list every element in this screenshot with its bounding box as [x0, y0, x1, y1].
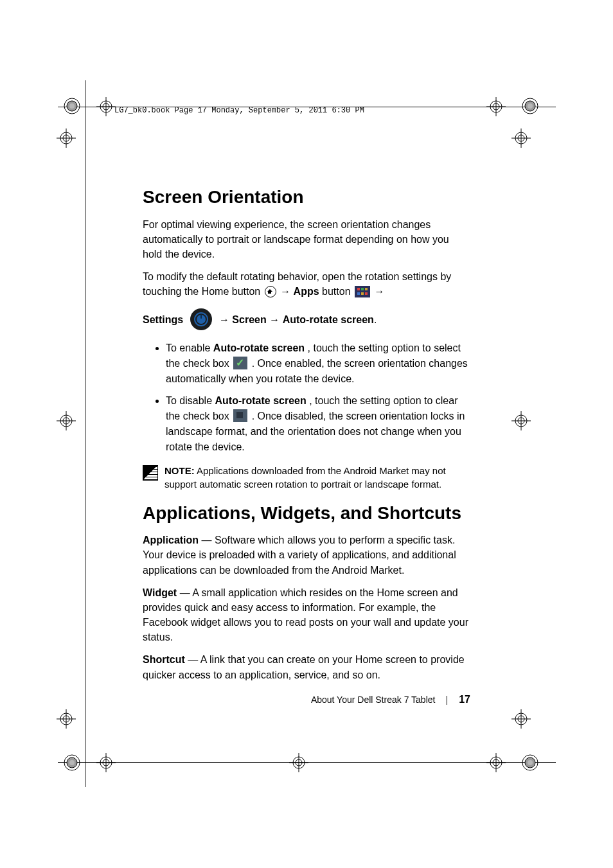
registration-mark: [519, 752, 541, 774]
text: To disable: [166, 395, 215, 406]
list-item: To enable Auto-rotate screen , touch the…: [166, 341, 470, 387]
footer-text: About Your Dell Streak 7 Tablet: [311, 695, 436, 705]
registration-mark: [486, 97, 506, 116]
term-application: Application: [143, 535, 199, 545]
registration-mark: [289, 753, 308, 772]
checkbox-unchecked-icon: [233, 409, 247, 422]
crop-line: [85, 80, 85, 787]
text: To enable: [166, 342, 213, 353]
label-screen: Screen: [232, 314, 266, 325]
label: Auto-rotate screen: [213, 342, 305, 353]
note-label: NOTE:: [164, 465, 195, 476]
registration-mark: [519, 95, 541, 117]
arrow-icon: →: [280, 286, 293, 297]
page-content: Screen Orientation For optimal viewing e…: [143, 186, 470, 690]
registration-mark: [511, 709, 531, 729]
checkbox-checked-icon: [233, 357, 247, 369]
paragraph: Widget — A small application which resid…: [143, 585, 470, 645]
apps-grid-icon: [355, 286, 370, 297]
heading-screen-orientation: Screen Orientation: [143, 186, 470, 208]
registration-mark: [96, 753, 116, 772]
registration-mark: [511, 411, 531, 430]
registration-mark: [486, 753, 506, 772]
arrow-icon: →: [269, 314, 282, 325]
nav-path: Settings → Screen → Auto-rotate screen.: [143, 310, 470, 332]
footer-divider: [447, 696, 447, 705]
bullet-list: To enable Auto-rotate screen , touch the…: [143, 341, 470, 455]
registration-mark: [57, 709, 76, 729]
text: — A small application which resides on t…: [143, 587, 468, 643]
registration-mark: [61, 95, 83, 117]
text: button: [322, 286, 353, 297]
list-item: To disable Auto-rotate screen , touch th…: [166, 393, 470, 455]
label: Auto-rotate screen: [215, 395, 306, 406]
arrow-icon: →: [374, 286, 384, 297]
paragraph: Application — Software which allows you …: [143, 533, 470, 578]
heading-applications: Applications, Widgets, and Shortcuts: [143, 502, 470, 524]
settings-icon: [190, 308, 212, 330]
label-apps: Apps: [294, 286, 319, 297]
paragraph: To modify the default rotating behavior,…: [143, 269, 470, 299]
book-header: LG7_bk0.book Page 17 Monday, September 5…: [114, 106, 364, 115]
registration-mark: [57, 411, 76, 430]
page-number: 17: [459, 694, 470, 705]
registration-mark: [57, 128, 76, 148]
registration-mark: [61, 752, 83, 774]
paragraph: Shortcut — A link that you can create on…: [143, 652, 470, 682]
note-text: NOTE: Applications downloaded from the A…: [164, 464, 470, 491]
page-footer: About Your Dell Streak 7 Tablet 17: [143, 694, 470, 705]
label-auto-rotate: Auto-rotate screen: [283, 314, 374, 325]
text: — A link that you can create on your Hom…: [143, 654, 465, 680]
registration-mark: [511, 128, 531, 148]
svg-rect-9: [200, 314, 202, 319]
note-block: NOTE: Applications downloaded from the A…: [143, 464, 470, 491]
text: Applications downloaded from the Android…: [164, 465, 446, 490]
term-widget: Widget: [143, 587, 177, 598]
label-settings: Settings: [143, 314, 183, 325]
registration-mark: [96, 97, 116, 116]
arrow-icon: →: [219, 314, 232, 325]
term-shortcut: Shortcut: [143, 654, 185, 665]
home-icon: [265, 286, 276, 297]
note-icon: [143, 465, 158, 481]
paragraph: For optimal viewing experience, the scre…: [143, 217, 470, 262]
